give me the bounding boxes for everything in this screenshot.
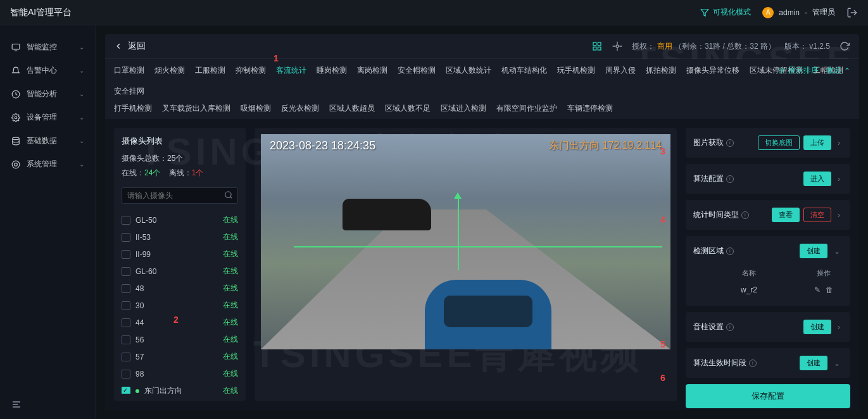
edit-icon[interactable]: ✎ [814,285,821,294]
svg-point-7 [12,161,20,168]
filter-item[interactable]: 周界入侵 [605,65,636,76]
camera-name: II-53 [135,233,218,242]
camera-status: 在线 [223,232,238,242]
chevron-right-icon[interactable]: › [835,211,843,220]
camera-status: 在线 [223,266,238,277]
collapse-filters-button[interactable]: 收起 ⌃ [826,65,850,76]
camera-list-item[interactable]: 东门出方向在线 [122,382,238,394]
grid-icon[interactable] [591,41,603,52]
chevron-down-icon[interactable]: ⌄ [831,247,843,256]
video-frame[interactable]: 2023-08-23 18:24:35 东门出方向 172.19.2.114 [261,134,670,349]
filter-item[interactable]: 口罩检测 [114,65,144,76]
info-icon[interactable]: i [741,211,749,219]
sidebar-item-alarm[interactable]: 告警中心 ⌄ [0,59,96,82]
chevron-right-icon[interactable]: › [835,139,843,147]
camera-total: 摄像头总数：25个 [122,153,238,164]
filter-item[interactable]: 工服检测 [195,65,225,76]
sidebar-item-system[interactable]: 系统管理 ⌄ [0,153,96,176]
checkbox[interactable] [122,370,130,378]
filter-item[interactable]: 吸烟检测 [241,103,271,114]
checkbox[interactable] [122,353,130,361]
svg-rect-15 [598,47,601,50]
clear-stat-button[interactable]: 清空 [803,208,831,222]
filter-item[interactable]: 车辆违停检测 [567,103,613,114]
filter-item[interactable]: 离岗检测 [357,65,387,76]
checkbox[interactable] [122,335,130,344]
camera-list-item[interactable]: II-53在线 [122,228,238,246]
camera-list-item[interactable]: 57在线 [122,348,238,365]
filter-item[interactable]: 睡岗检测 [317,65,347,76]
delete-icon[interactable]: 🗑 [826,285,833,294]
create-time-button[interactable]: 创建 [800,356,827,370]
direction-arrow-icon [454,192,462,199]
create-area-button[interactable]: 创建 [800,244,827,258]
checkbox[interactable] [122,216,130,225]
sidebar-item-basedata[interactable]: 基础数据 ⌄ [0,129,96,153]
filter-item[interactable]: 摄像头异常位移 [686,65,739,76]
checkbox[interactable] [122,250,130,259]
chevron-right-icon[interactable]: › [835,323,843,332]
filter-item[interactable]: 有限空间作业监护 [496,103,557,114]
camera-status: 在线 [223,300,238,311]
filter-item[interactable]: 打手机检测 [114,103,152,114]
checkbox[interactable] [122,267,130,276]
search-icon[interactable] [224,191,233,201]
user-block[interactable]: A admin - 管理员 [762,7,835,18]
checkbox[interactable] [122,318,130,327]
refresh-icon[interactable] [839,41,850,52]
filter-item[interactable]: 安全帽检测 [398,65,436,76]
filter-item[interactable]: 区域进入检测 [441,103,486,114]
sidebar-item-analysis[interactable]: 智能分析 ⌄ [0,82,96,106]
chevron-down-icon: ⌄ [79,67,84,74]
chevron-down-icon[interactable]: ⌄ [831,359,843,368]
filter-item[interactable]: 区域人数统计 [446,65,491,76]
camera-list-item[interactable]: II-99在线 [122,246,238,263]
camera-list-item[interactable]: 56在线 [122,331,238,348]
settings-icon[interactable] [612,41,623,52]
enter-algo-button[interactable]: 进入 [803,172,831,186]
create-sound-button[interactable]: 创建 [803,320,831,334]
switch-base-image-button[interactable]: 切换底图 [758,135,800,150]
visualization-mode-button[interactable]: 可视化模式 [700,7,751,18]
filter-item[interactable]: 区域人数不足 [385,103,431,114]
checkbox[interactable] [122,301,130,310]
info-icon[interactable]: i [749,360,757,367]
camera-list-item[interactable]: 30在线 [122,297,238,314]
info-icon[interactable]: i [726,247,734,255]
upload-button[interactable]: 上传 [803,135,831,150]
camera-search-input[interactable] [122,187,238,204]
save-config-button[interactable]: 保存配置 [686,384,850,408]
filter-item[interactable]: 安全挂网 [114,86,144,97]
sidebar-collapse-button[interactable] [0,392,96,419]
filter-item[interactable]: 抑制检测 [236,65,266,76]
config-panel: 图片获取i 切换底图 上传 › 算法配置i 进入 › [686,128,850,401]
chevron-right-icon[interactable]: › [835,175,843,184]
config-stat-time: 统计时间类型i 查看 清空 › [686,200,850,230]
checkbox[interactable] [122,233,130,242]
filter-item[interactable]: 机动车结构化 [501,65,547,76]
camera-list-item[interactable]: GL-60在线 [122,263,238,280]
info-icon[interactable]: i [726,175,734,183]
show-order-button[interactable]: 展示排序 [778,65,819,76]
filter-item[interactable]: 区域人数超员 [329,103,375,114]
camera-name: GL-60 [135,267,218,276]
filter-item[interactable]: 客流统计 [276,65,306,76]
filter-item[interactable]: 抓拍检测 [646,65,676,76]
camera-list-item[interactable]: 98在线 [122,365,238,382]
back-button[interactable]: 返回 [114,41,146,52]
camera-list-item[interactable]: GL-50在线 [122,211,238,228]
filter-item[interactable]: 反光衣检测 [281,103,319,114]
view-stat-button[interactable]: 查看 [772,208,800,222]
info-icon[interactable]: i [726,139,734,147]
filter-item[interactable]: 烟火检测 [154,65,185,76]
checkbox[interactable] [122,284,130,293]
filter-item[interactable]: 玩手机检测 [557,65,595,76]
checkbox[interactable] [122,387,130,394]
sidebar-item-monitor[interactable]: 智能监控 ⌄ [0,35,96,59]
camera-list-item[interactable]: 48在线 [122,280,238,297]
info-icon[interactable]: i [726,323,734,331]
sidebar-item-device[interactable]: 设备管理 ⌄ [0,106,96,129]
camera-list-item[interactable]: 44在线 [122,314,238,331]
filter-item[interactable]: 叉车载货出入库检测 [162,103,230,114]
logout-icon[interactable] [846,7,858,18]
